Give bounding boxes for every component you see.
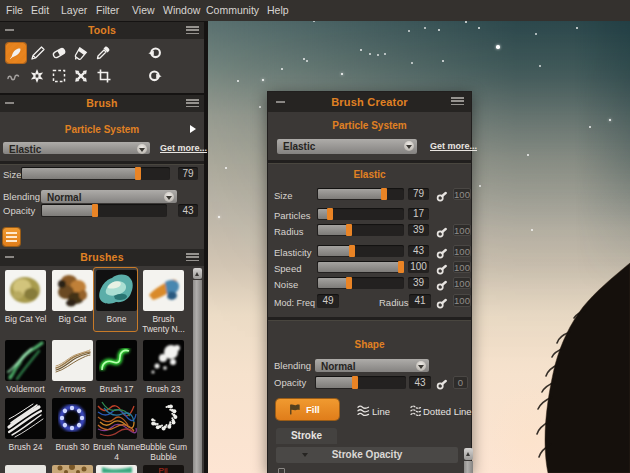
svg-text:Pil: Pil <box>159 466 168 473</box>
